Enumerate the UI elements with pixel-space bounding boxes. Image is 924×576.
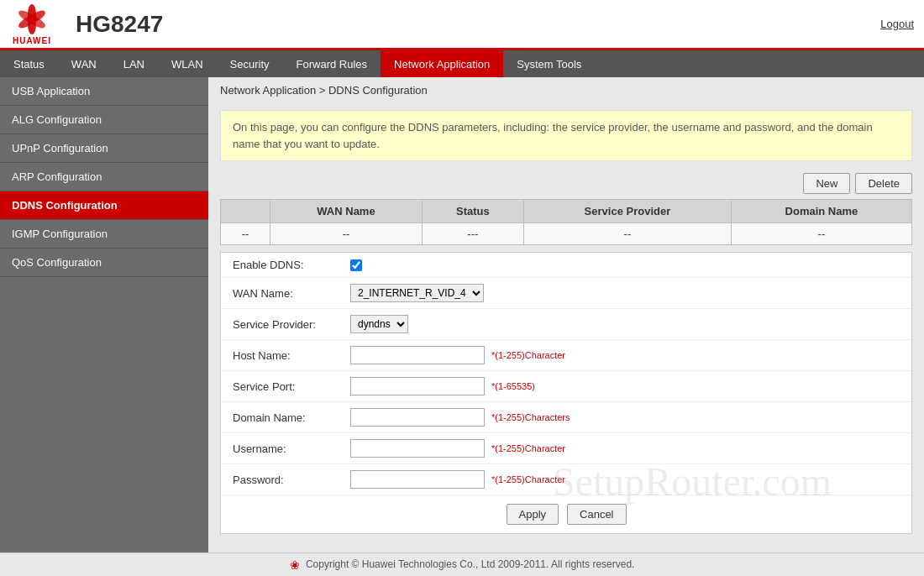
enable-ddns-checkbox[interactable] <box>350 259 362 271</box>
ddns-table: WAN Name Status Service Provider Domain … <box>220 199 912 245</box>
enable-ddns-label: Enable DDNS: <box>233 259 350 271</box>
form-row-service-provider: Service Provider: dyndns <box>221 309 911 340</box>
main-layout: USB Application ALG Configuration UPnP C… <box>0 77 924 552</box>
col-service-provider: Service Provider <box>523 200 731 223</box>
host-name-hint: *(1-255)Character <box>491 350 565 360</box>
cancel-button[interactable]: Cancel <box>567 504 626 525</box>
wan-name-control: 2_INTERNET_R_VID_4 <box>350 284 484 302</box>
apply-button[interactable]: Apply <box>507 504 559 525</box>
huawei-logo <box>10 3 54 35</box>
form-actions: Apply Cancel <box>221 495 911 533</box>
form-row-password: Password: *(1-255)Character <box>221 464 911 495</box>
breadcrumb: Network Application > DDNS Configuration <box>208 77 924 103</box>
sidebar-item-usb-application[interactable]: USB Application <box>0 77 208 106</box>
sidebar-item-igmp-configuration[interactable]: IGMP Configuration <box>0 220 208 249</box>
domain-name-control: *(1-255)Characters <box>350 408 570 427</box>
ddns-form: Enable DDNS: WAN Name: 2_INTERNET_R_VID_… <box>220 252 912 534</box>
row-wan-name: -- <box>270 223 422 245</box>
footer-logo: ❀ <box>290 558 300 572</box>
form-row-username: Username: *(1-255)Character <box>221 433 911 464</box>
new-button[interactable]: New <box>803 173 850 194</box>
col-domain-name: Domain Name <box>731 200 911 223</box>
service-provider-label: Service Provider: <box>233 318 350 331</box>
row-select: -- <box>221 223 270 245</box>
domain-name-label: Domain Name: <box>233 411 350 424</box>
form-row-host-name: Host Name: *(1-255)Character <box>221 340 911 371</box>
domain-name-input[interactable] <box>350 408 485 427</box>
password-hint: *(1-255)Character <box>491 474 565 484</box>
host-name-input[interactable] <box>350 346 485 364</box>
sidebar-item-arp-configuration[interactable]: ARP Configuration <box>0 163 208 191</box>
password-control: *(1-255)Character <box>350 470 565 489</box>
row-status: --- <box>422 223 523 245</box>
nav-network-application[interactable]: Network Application <box>381 50 503 77</box>
col-status: Status <box>422 200 523 223</box>
logout-button[interactable]: Logout <box>880 18 914 30</box>
footer-text: Copyright © Huawei Technologies Co., Ltd… <box>306 558 635 570</box>
nav-wan[interactable]: WAN <box>58 50 110 77</box>
username-hint: *(1-255)Character <box>491 443 565 453</box>
wan-name-select[interactable]: 2_INTERNET_R_VID_4 <box>350 284 484 302</box>
service-port-control: *(1-65535) <box>350 377 535 395</box>
form-row-domain-name: Domain Name: *(1-255)Characters <box>221 402 911 433</box>
nav-security[interactable]: Security <box>217 50 283 77</box>
service-port-label: Service Port: <box>233 380 350 393</box>
form-row-enable-ddns: Enable DDNS: <box>221 253 911 278</box>
nav-bar: Status WAN LAN WLAN Security Forward Rul… <box>0 50 924 77</box>
form-row-service-port: Service Port: *(1-65535) <box>221 371 911 402</box>
action-buttons: New Delete <box>208 168 924 199</box>
sidebar-item-alg-configuration[interactable]: ALG Configuration <box>0 106 208 134</box>
service-provider-select[interactable]: dyndns <box>350 315 408 333</box>
password-input[interactable] <box>350 470 485 489</box>
row-domain-name: -- <box>731 223 911 245</box>
info-box: On this page, you can configure the DDNS… <box>220 110 912 161</box>
wan-name-label: WAN Name: <box>233 287 350 300</box>
table-row: -- -- --- -- -- <box>221 223 912 245</box>
header: HUAWEI HG8247 Logout <box>0 0 924 50</box>
username-input[interactable] <box>350 439 485 458</box>
footer: ❀ Copyright © Huawei Technologies Co., L… <box>0 552 924 576</box>
logo-area: HUAWEI <box>10 3 54 45</box>
nav-system-tools[interactable]: System Tools <box>503 50 595 77</box>
sidebar-item-upnp-configuration[interactable]: UPnP Configuration <box>0 134 208 163</box>
host-name-label: Host Name: <box>233 349 350 362</box>
sidebar: USB Application ALG Configuration UPnP C… <box>0 77 208 552</box>
nav-wlan[interactable]: WLAN <box>158 50 217 77</box>
brand-label: HUAWEI <box>13 36 51 45</box>
service-port-input[interactable] <box>350 377 485 395</box>
sidebar-item-qos-configuration[interactable]: QoS Configuration <box>0 249 208 277</box>
sidebar-item-ddns-configuration[interactable]: DDNS Configuration <box>0 191 208 220</box>
model-title: HG8247 <box>76 11 880 38</box>
delete-button[interactable]: Delete <box>855 173 912 194</box>
service-provider-control: dyndns <box>350 315 408 333</box>
nav-lan[interactable]: LAN <box>110 50 158 77</box>
username-label: Username: <box>233 442 350 455</box>
row-service-provider: -- <box>523 223 731 245</box>
nav-status[interactable]: Status <box>0 50 58 77</box>
username-control: *(1-255)Character <box>350 439 565 458</box>
domain-name-hint: *(1-255)Characters <box>491 412 570 422</box>
form-row-wan-name: WAN Name: 2_INTERNET_R_VID_4 <box>221 278 911 309</box>
service-port-hint: *(1-65535) <box>491 381 535 391</box>
content-area: Network Application > DDNS Configuration… <box>208 77 924 552</box>
host-name-control: *(1-255)Character <box>350 346 565 364</box>
enable-ddns-control <box>350 259 362 271</box>
col-wan-name: WAN Name <box>270 200 422 223</box>
password-label: Password: <box>233 474 350 486</box>
col-select <box>221 200 270 223</box>
nav-forward-rules[interactable]: Forward Rules <box>283 50 381 77</box>
